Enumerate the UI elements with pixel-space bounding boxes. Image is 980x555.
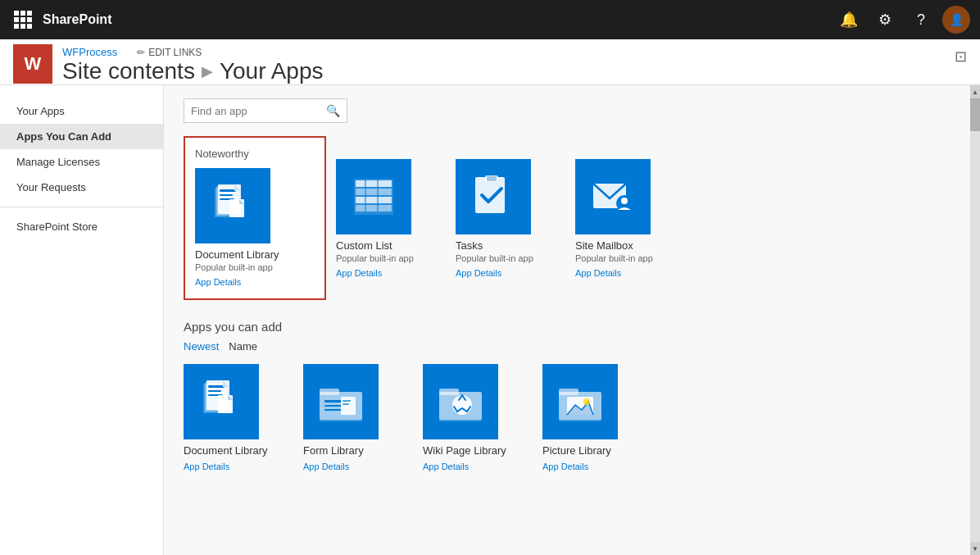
picture-library-svg: [556, 377, 605, 426]
avatar-initials: 👤: [950, 13, 964, 26]
custom-list-icon[interactable]: [336, 159, 411, 234]
filter-row: Newest Name: [184, 340, 951, 353]
search-bar: 🔍: [184, 98, 347, 123]
app-tile-wiki-page-library: Wiki Page Library App Details: [423, 364, 529, 473]
site-mailbox-subtitle: Popular built-in app: [575, 253, 682, 263]
user-avatar[interactable]: 👤: [942, 6, 970, 34]
picture-library-details[interactable]: App Details: [542, 462, 588, 471]
search-input[interactable]: [184, 100, 320, 122]
form-library-name: Form Library: [303, 444, 410, 457]
svg-point-49: [583, 398, 590, 405]
custom-list-svg: [349, 172, 398, 221]
site-mailbox-icon[interactable]: [575, 159, 651, 234]
sidebar-item-manage-licenses[interactable]: Manage Licenses: [0, 149, 163, 175]
svg-rect-3: [220, 189, 236, 192]
tasks-name: Tasks: [456, 239, 562, 252]
edit-links-btn[interactable]: ✏ EDIT LINKS: [137, 47, 202, 58]
sidebar-item-your-apps[interactable]: Your Apps: [0, 98, 163, 124]
filter-name[interactable]: Name: [229, 340, 257, 353]
sidebar-item-apps-can-add[interactable]: Apps You Can Add: [0, 124, 163, 149]
doc-library-icon-add[interactable]: [184, 364, 259, 439]
sidebar-label-your-apps: Your Apps: [16, 105, 65, 117]
sidebar-label-sharepoint-store: SharePoint Store: [16, 221, 98, 233]
site-mailbox-svg: [588, 172, 637, 221]
current-page-label: Your Apps: [220, 58, 324, 84]
tasks-svg: [469, 172, 518, 221]
tasks-icon[interactable]: [456, 159, 531, 234]
doc-library-icon-noteworthy[interactable]: [195, 168, 270, 243]
doc-library-subtitle-noteworthy: Popular built-in app: [195, 262, 302, 272]
collapse-button[interactable]: ⊡: [955, 44, 967, 66]
main-layout: Your Apps Apps You Can Add Manage Licens…: [0, 85, 980, 555]
help-icon[interactable]: ?: [906, 5, 936, 34]
site-avatar-letter: W: [25, 53, 42, 75]
svg-rect-14: [356, 205, 392, 212]
apps-add-tiles-row: Document Library App Details: [184, 364, 951, 473]
form-library-details[interactable]: App Details: [303, 462, 349, 471]
scrollbar[interactable]: ▲ ▼: [970, 85, 980, 555]
site-avatar: W: [13, 44, 52, 84]
tasks-subtitle: Popular built-in app: [456, 253, 562, 263]
doc-library-details-add[interactable]: App Details: [184, 462, 229, 471]
custom-list-subtitle: Popular built-in app: [336, 253, 442, 263]
app-tile-site-mailbox: Site Mailbox Popular built-in app App De…: [575, 159, 682, 280]
apps-add-heading: Apps you can add: [184, 320, 951, 334]
svg-rect-38: [341, 397, 356, 415]
site-breadcrumb-link[interactable]: WFProcess: [62, 46, 117, 58]
wiki-page-library-icon[interactable]: [423, 364, 498, 439]
custom-list-details[interactable]: App Details: [336, 268, 382, 278]
scroll-up-arrow[interactable]: ▲: [970, 85, 980, 98]
custom-list-name: Custom List: [336, 239, 442, 252]
form-library-icon[interactable]: [303, 364, 379, 439]
app-tile-tasks: Tasks Popular built-in app App Details: [456, 159, 562, 280]
app-tile-doc-library-noteworthy: Document Library Popular built-in app Ap…: [195, 168, 302, 289]
svg-rect-11: [356, 180, 392, 187]
sidebar-label-apps-can-add: Apps You Can Add: [16, 130, 111, 143]
doc-library-name-add: Document Library: [184, 444, 290, 457]
breadcrumb-arrow: ▶: [202, 62, 213, 80]
picture-library-icon[interactable]: [542, 364, 618, 439]
svg-rect-26: [208, 385, 225, 388]
svg-rect-27: [208, 390, 221, 392]
topnav-icons: 🔔 ⚙ ? 👤: [834, 5, 970, 34]
svg-rect-40: [343, 403, 349, 405]
doc-library-add-svg: [197, 377, 246, 426]
settings-icon[interactable]: ⚙: [870, 5, 900, 34]
apps-you-can-add-section: Apps you can add Newest Name: [184, 320, 951, 473]
site-mailbox-details[interactable]: App Details: [575, 268, 621, 278]
page-title: Site contents ▶ Your Apps: [62, 58, 324, 84]
waffle-menu[interactable]: [10, 7, 36, 33]
svg-rect-19: [487, 176, 497, 181]
edit-links-label: EDIT LINKS: [148, 47, 202, 58]
doc-library-details-noteworthy[interactable]: App Details: [195, 277, 241, 287]
app-tile-doc-library-add: Document Library App Details: [184, 364, 290, 473]
svg-rect-39: [343, 400, 351, 402]
form-library-svg: [316, 377, 365, 426]
scroll-thumb[interactable]: [970, 98, 980, 131]
app-tile-custom-list: Custom List Popular built-in app App Det…: [336, 159, 442, 280]
noteworthy-block: Noteworthy: [184, 136, 326, 300]
svg-rect-4: [220, 194, 233, 196]
svg-point-22: [621, 198, 628, 204]
svg-rect-13: [356, 197, 392, 203]
sidebar-divider: [0, 207, 163, 207]
wiki-page-library-name: Wiki Page Library: [423, 444, 529, 457]
sidebar-label-your-requests: Your Requests: [16, 181, 86, 193]
pencil-icon: ✏: [137, 47, 145, 58]
filter-newest[interactable]: Newest: [184, 340, 219, 353]
sidebar-label-manage-licenses: Manage Licenses: [16, 156, 100, 168]
noteworthy-section: Noteworthy: [184, 136, 951, 300]
search-button[interactable]: 🔍: [320, 99, 347, 122]
picture-library-name: Picture Library: [542, 444, 649, 457]
sidebar-item-sharepoint-store[interactable]: SharePoint Store: [0, 214, 163, 239]
top-navigation: SharePoint 🔔 ⚙ ? 👤: [0, 0, 980, 39]
site-contents-label: Site contents: [62, 58, 195, 84]
tasks-details[interactable]: App Details: [456, 268, 501, 278]
waffle-icon: [14, 11, 32, 29]
doc-library-name-noteworthy: Document Library: [195, 248, 302, 261]
svg-rect-17: [475, 177, 505, 213]
wiki-page-library-details[interactable]: App Details: [423, 462, 469, 471]
scroll-down-arrow[interactable]: ▼: [970, 542, 980, 555]
sidebar-item-your-requests[interactable]: Your Requests: [0, 175, 163, 200]
notification-icon[interactable]: 🔔: [834, 5, 864, 34]
